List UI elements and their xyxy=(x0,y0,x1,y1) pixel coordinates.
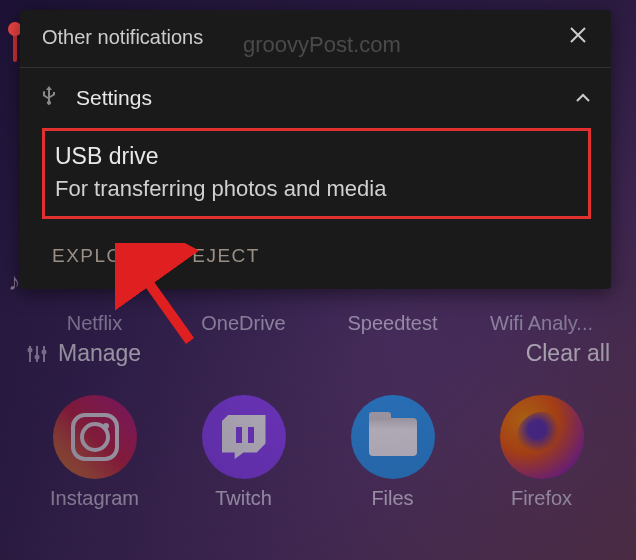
settings-row[interactable]: Settings xyxy=(20,68,611,128)
action-row: EXPLORE EJECT xyxy=(20,227,611,289)
eject-button[interactable]: EJECT xyxy=(192,245,260,267)
usb-icon xyxy=(42,86,56,110)
usb-notification[interactable]: USB drive For transferring photos and me… xyxy=(42,128,591,219)
notification-panel: Other notifications groovyPost.com Setti… xyxy=(20,10,611,289)
explore-button[interactable]: EXPLORE xyxy=(52,245,152,267)
notification-title: USB drive xyxy=(55,143,578,170)
settings-label: Settings xyxy=(76,86,152,110)
notification-subtitle: For transferring photos and media xyxy=(55,176,578,202)
chevron-up-icon[interactable] xyxy=(575,89,591,107)
close-icon[interactable] xyxy=(565,22,591,53)
header-title: Other notifications xyxy=(42,26,203,49)
music-note-icon: ♪ xyxy=(8,268,20,296)
watermark: groovyPost.com xyxy=(243,32,401,58)
